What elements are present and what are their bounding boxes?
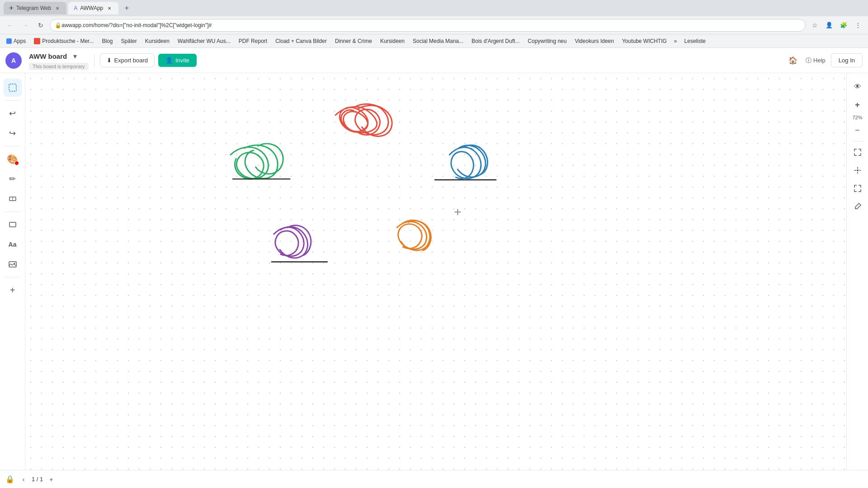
undo-button[interactable]: ↩ <box>4 104 22 122</box>
bookmark-social-label: Social Media Mana... <box>413 38 463 44</box>
bookmark-apps[interactable]: Apps <box>4 37 28 45</box>
bookmark-kursideen2-label: Kursideen <box>380 38 405 44</box>
purple-scribble <box>272 225 327 262</box>
top-bar: A AWW board ▾ This board is temporary ⬇ … <box>0 48 868 73</box>
bookmark-apps-label: Apps <box>14 38 26 44</box>
bookmark-blog[interactable]: Blog <box>99 37 115 45</box>
redo-button[interactable]: ↪ <box>4 124 22 142</box>
fit-icon <box>854 148 862 156</box>
svg-point-11 <box>857 169 859 171</box>
menu-button[interactable]: ⋮ <box>852 19 864 32</box>
bookmark-social[interactable]: Social Media Mana... <box>410 37 466 45</box>
visibility-button[interactable]: 👁 <box>849 79 866 95</box>
page-navigation: ‹ 1 / 1 + <box>18 474 57 485</box>
bookmark-kursideen2[interactable]: Kursideen <box>377 37 407 45</box>
bookmark-wahlfaech[interactable]: Wahlfächer WU Aus... <box>175 37 233 45</box>
bookmark-youtube[interactable]: Youtube WICHTIG <box>619 37 670 45</box>
login-label: Log In <box>839 57 855 64</box>
zoom-out-button[interactable]: − <box>849 122 866 138</box>
bookmark-dinner[interactable]: Dinner & Crime <box>332 37 375 45</box>
profile-icon[interactable]: 👤 <box>823 19 835 32</box>
prev-page-button[interactable]: ‹ <box>18 474 29 485</box>
bookmark-youtube-label: Youtube WICHTIG <box>622 38 667 44</box>
tab-telegram-label: Telegram Web <box>16 5 51 11</box>
bookmark-leseliste-label: Leseliste <box>684 38 706 44</box>
tab-telegram-close[interactable]: ✕ <box>54 5 61 12</box>
plus-cursor <box>454 209 461 215</box>
pen-settings-button[interactable] <box>849 198 866 215</box>
apps-favicon <box>6 38 12 44</box>
eraser-tool-button[interactable] <box>4 190 22 208</box>
toolbar-divider-2 <box>5 146 20 146</box>
canvas-area[interactable] <box>25 73 846 470</box>
bookmark-video[interactable]: Videokurs Ideen <box>572 37 617 45</box>
bookmark-spaeter[interactable]: Später <box>118 37 139 45</box>
bookmark-pdf[interactable]: PDF Report <box>236 37 270 45</box>
zoom-separator <box>851 141 864 141</box>
yellow-scribble <box>397 221 431 251</box>
address-bar[interactable]: 🔒 awwapp.com/home/?dis=["no-init-modal"]… <box>50 19 806 32</box>
shape-tool-button[interactable] <box>4 216 22 234</box>
bookmark-spaeter-label: Später <box>121 38 137 44</box>
toolbar-divider-3 <box>5 211 20 212</box>
page-indicator: 1 / 1 <box>32 476 43 483</box>
bookmark-bois-label: Bois d'Argent Duft... <box>472 38 519 44</box>
fullscreen-icon <box>854 184 862 192</box>
produktsuche-favicon <box>34 38 40 44</box>
fit-view-button[interactable] <box>849 144 866 160</box>
bookmark-star[interactable]: ☆ <box>808 19 821 32</box>
home-button[interactable]: 🏠 <box>786 53 800 68</box>
help-button[interactable]: ⓘ Help <box>806 56 826 65</box>
export-board-button[interactable]: ⬇ Export board <box>100 53 155 67</box>
svg-rect-0 <box>9 84 16 91</box>
bookmarks-overflow[interactable]: » <box>672 38 679 44</box>
bookmark-pdf-label: PDF Report <box>239 38 267 44</box>
invite-button[interactable]: 👤 Invite <box>158 54 197 67</box>
add-tool-button[interactable]: + <box>4 281 22 299</box>
bookmark-bois[interactable]: Bois d'Argent Duft... <box>469 37 522 45</box>
next-page-button[interactable]: + <box>46 474 57 485</box>
toolbar-divider-4 <box>5 277 20 277</box>
back-button[interactable]: ← <box>4 19 16 32</box>
tab-awwapp[interactable]: A AWWApp ✕ <box>68 2 118 14</box>
tab-telegram-favicon: ✈ <box>9 5 14 11</box>
nav-bar: ← → ↻ 🔒 awwapp.com/home/?dis=["no-init-m… <box>0 16 868 34</box>
image-tool-button[interactable] <box>4 255 22 273</box>
new-tab-button[interactable]: + <box>120 2 133 14</box>
separator-1 <box>94 54 94 67</box>
extension-icon[interactable]: 🧩 <box>837 19 850 32</box>
select-tool-button[interactable] <box>4 79 22 97</box>
text-tool-button[interactable]: Aa <box>4 235 22 253</box>
undo-icon: ↩ <box>9 108 16 118</box>
page-total-val: 1 <box>40 476 43 483</box>
app-logo: A <box>5 52 22 69</box>
zoom-in-button[interactable]: + <box>849 97 866 113</box>
tab-telegram[interactable]: ✈ Telegram Web ✕ <box>4 2 66 14</box>
bookmark-produktsuche-label: Produktsuche - Mer... <box>42 38 94 44</box>
color-tool-button[interactable]: 🎨 <box>4 150 22 168</box>
svg-point-5 <box>14 263 15 264</box>
board-info: AWW board ▾ This board is temporary <box>29 51 89 70</box>
bookmark-cload[interactable]: Cload + Canva Bilder <box>273 37 330 45</box>
pen-tool-button[interactable]: ✏ <box>4 170 22 188</box>
board-dropdown-button[interactable]: ▾ <box>70 51 80 62</box>
bookmark-copy[interactable]: Copywriting neu <box>525 37 569 45</box>
page-current-val: 1 <box>32 476 35 483</box>
top-bar-right: 🏠 ⓘ Help Log In <box>786 53 863 68</box>
invite-icon: 👤 <box>165 57 173 64</box>
nav-icons: ☆ 👤 🧩 ⋮ <box>808 19 864 32</box>
invite-btn-label: Invite <box>175 57 189 64</box>
tab-awwapp-close[interactable]: ✕ <box>106 5 113 12</box>
lock-button[interactable]: 🔒 <box>5 475 14 483</box>
bookmark-blog-label: Blog <box>102 38 113 44</box>
tab-bar: ✈ Telegram Web ✕ A AWWApp ✕ + <box>0 0 868 16</box>
fullscreen-button[interactable] <box>849 180 866 197</box>
bookmark-kursideen1[interactable]: Kursideen <box>142 37 172 45</box>
refresh-button[interactable]: ↻ <box>34 19 47 32</box>
bookmark-produktsuche[interactable]: Produktsuche - Mer... <box>31 37 96 45</box>
login-button[interactable]: Log In <box>831 53 863 67</box>
export-btn-label: Export board <box>114 57 148 64</box>
move-canvas-button[interactable] <box>849 162 866 178</box>
forward-button[interactable]: → <box>19 19 32 32</box>
bookmark-leseliste[interactable]: Leseliste <box>682 37 708 45</box>
